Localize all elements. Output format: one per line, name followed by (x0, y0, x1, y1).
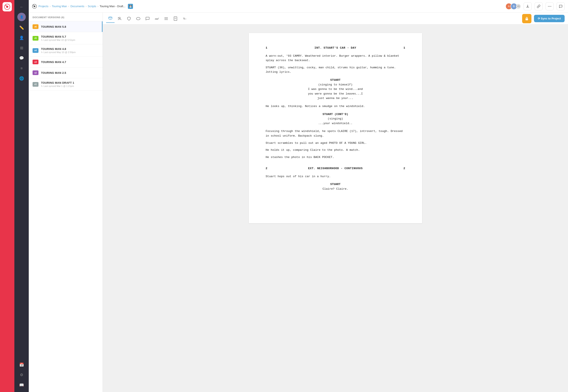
version-item-v5[interactable]: v5 TOURING MAN 5.7 ↻ Last synced Mar 22 … (29, 32, 102, 44)
nav-globe-icon[interactable]: 🌐 (17, 74, 26, 83)
version-badge-v1: v1 (33, 82, 39, 87)
svg-point-6 (34, 5, 35, 7)
script-content: 1 INT. STUART'S CAR - DAY 1 A worn-out, … (266, 46, 405, 191)
scene-1-dialogue-2: ...your windshield.. (297, 121, 374, 126)
versions-panel: DOCUMENT VERSIONS (6) v6 TOURING MAN 5.8… (29, 13, 103, 392)
scene-1-paren-1: (singing to himself) (266, 83, 405, 87)
scene-1-action-1: A worn-out, '93 CAMRY. Weathered interio… (266, 54, 405, 63)
characters-toolbar-btn[interactable] (115, 14, 124, 23)
scene-1-page: 1 (403, 46, 405, 50)
svg-point-7 (33, 5, 34, 5)
version-item-v2[interactable]: v2 TOURING MAN 2.5 (29, 68, 102, 78)
version-name-v3: TOURING MAN 4.7 (41, 60, 99, 64)
scene-1-action-5: Stuart scrambles to pull out an aged PHO… (266, 141, 405, 145)
svg-point-2 (5, 5, 7, 6)
breadcrumb-projects[interactable]: Projects (39, 5, 48, 8)
scene-1-heading: INT. STUART'S CAR - DAY (315, 46, 356, 50)
nav-list-icon[interactable]: ≡ (17, 64, 26, 73)
scene-1-action-3: He looks up, thinking. Notices a smudge … (266, 104, 405, 109)
version-name-v1: TOURING MAN DRAFT 1 (41, 81, 99, 84)
svg-point-1 (6, 6, 8, 8)
nav-edit-icon[interactable]: ✏️ (17, 23, 26, 32)
scene-2-char-1: STUART (266, 182, 405, 187)
chat-button[interactable] (557, 2, 565, 10)
elements-toolbar-btn[interactable] (134, 14, 142, 23)
download-button[interactable] (524, 2, 532, 10)
scene-2-dialogue-1: Claire? Claire. (297, 187, 374, 191)
svg-point-8 (548, 6, 549, 7)
nav-back-icon[interactable]: ← (17, 2, 26, 11)
nav-comments-icon[interactable]: 💬 (17, 54, 26, 63)
version-info-v6: TOURING MAN 5.8 (41, 25, 99, 28)
version-info-v3: TOURING MAN 4.7 (41, 60, 99, 64)
more-button[interactable] (546, 2, 554, 10)
breadcrumb-scripts[interactable]: Scripts (88, 5, 96, 8)
version-item-v6[interactable]: v6 TOURING MAN 5.8 (29, 21, 102, 32)
scene-1-action-6: He holds it up, comparing Claire to the … (266, 148, 405, 153)
top-header: Projects › Touring Man › Documents › Scr… (29, 0, 568, 13)
scene-2-action-1: Stuart hops out of his car in a hurry. (266, 174, 405, 179)
breadcrumb-current: Touring Man - Draft... (99, 5, 125, 8)
version-name-v6: TOURING MAN 5.8 (41, 25, 99, 28)
script-page: 1 INT. STUART'S CAR - DAY 1 A worn-out, … (249, 33, 422, 223)
version-badge-v6: v6 (33, 24, 39, 29)
version-badge-v3: v3 (33, 60, 39, 64)
version-item-v3[interactable]: v3 TOURING MAN 4.7 (29, 57, 102, 68)
link-button[interactable] (535, 2, 543, 10)
lock-button[interactable] (522, 14, 531, 23)
nav-users-icon[interactable]: 👤 (17, 33, 26, 42)
notes-toolbar-btn[interactable] (143, 14, 152, 23)
outline-toolbar-btn[interactable] (162, 14, 170, 23)
nav-panels-icon[interactable]: ⊞ (17, 43, 26, 52)
left-nav: ← 👤 ✏️ 👤 ⊞ 💬 ≡ 🌐 📅 ⚙ 📖 (14, 0, 29, 392)
scene-1-char-2: STUART (CONT'D) (266, 112, 405, 117)
save-button[interactable]: 💾 (128, 4, 133, 9)
scene-1-action-7: He stashes the photo in his BACK POCKET. (266, 155, 405, 160)
nav-book-icon[interactable]: 📖 (17, 381, 26, 390)
svg-rect-16 (174, 17, 177, 21)
svg-rect-19 (526, 18, 528, 20)
scene-2-heading: EXT. NEIGHBORHOOD - CONTINUOUS (308, 166, 362, 171)
sync-project-button[interactable]: ⟳ Sync to Project (534, 15, 565, 22)
breakdown-toolbar-btn[interactable] (125, 14, 133, 23)
scene-2-page: 2 (403, 166, 405, 171)
main-container: Projects › Touring Man › Documents › Scr… (29, 0, 568, 392)
script-toolbar: ½↓ ⟳ Sync to Project (103, 13, 568, 25)
sync-icon-v1: ↻ (41, 85, 43, 87)
scene-1-action-2: STUART (36), unwitting, cocky, man child… (266, 65, 405, 74)
breadcrumb-documents[interactable]: Documents (70, 5, 84, 8)
svg-text:👤: 👤 (20, 15, 24, 19)
version-sync-v5: ↻ Last synced Mar 22 @ 5:51pm (41, 39, 99, 41)
scenes-toolbar-btn[interactable] (106, 14, 115, 23)
svg-point-12 (136, 17, 140, 20)
app-logo[interactable] (2, 2, 12, 11)
version-info-v4: TOURING MAN 4.8 ↻ Last synced May 10 @ 2… (41, 47, 99, 54)
version-info-v2: TOURING MAN 2.5 (41, 71, 99, 74)
revisions-toolbar-btn[interactable] (153, 14, 161, 23)
versions-list: v6 TOURING MAN 5.8 v5 TOURING MAN 5.7 ↻ … (29, 21, 102, 392)
version-badge-v4: v4 (33, 48, 39, 53)
scene-1-heading-row: 1 INT. STUART'S CAR - DAY 1 (266, 46, 405, 50)
nav-filter-icon[interactable]: ⚙ (17, 370, 26, 379)
version-info-v5: TOURING MAN 5.7 ↻ Last synced Mar 22 @ 5… (41, 35, 99, 41)
version-name-v2: TOURING MAN 2.5 (41, 71, 99, 74)
script-scroll[interactable]: 1 INT. STUART'S CAR - DAY 1 A worn-out, … (103, 25, 568, 392)
scene-1-paren-2: (singing) (266, 116, 405, 121)
scene-2-heading-row: 2 EXT. NEIGHBORHOOD - CONTINUOUS 2 (266, 166, 405, 171)
version-item-v4[interactable]: v4 TOURING MAN 4.8 ↻ Last synced May 10 … (29, 44, 102, 57)
compress-toolbar-btn[interactable]: ½↓ (180, 14, 189, 23)
pages-toolbar-btn[interactable] (171, 14, 180, 23)
avatar-count: +1 (516, 4, 521, 9)
sync-icon-v5: ↻ (41, 39, 43, 41)
script-area: ½↓ ⟳ Sync to Project 1 (103, 13, 568, 392)
nav-calendar-icon[interactable]: 📅 (17, 360, 26, 369)
nav-user-avatar[interactable]: 👤 (17, 13, 26, 21)
sync-icon-v4: ↻ (41, 51, 43, 54)
versions-header: DOCUMENT VERSIONS (6) (29, 13, 102, 21)
breadcrumb-touring-man[interactable]: Touring Man (52, 5, 67, 8)
version-badge-v2: v2 (33, 70, 39, 75)
scene-1-action-4: Focusing through the windshield, he spot… (266, 129, 405, 138)
version-item-v1[interactable]: v1 TOURING MAN DRAFT 1 ↻ Last synced Mar… (29, 78, 102, 90)
scene-2-number: 2 (266, 166, 267, 171)
version-badge-v5: v5 (33, 36, 39, 41)
